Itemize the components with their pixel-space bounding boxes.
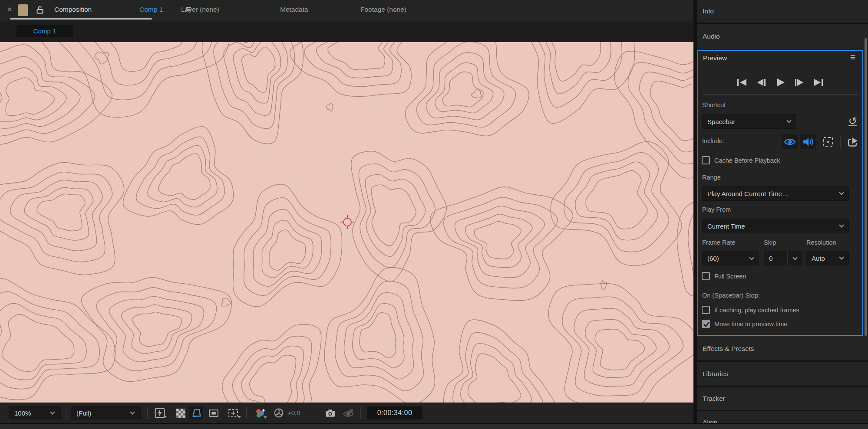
viewport-toolbar: 100% (Full) [0,403,693,422]
play-from-dropdown[interactable]: Current Time [702,219,849,233]
tab-metadata[interactable]: Metadata [280,6,308,13]
fast-previews-button[interactable] [153,406,167,419]
composition-viewport[interactable] [0,42,693,403]
resolution-preview-dropdown[interactable]: Auto [806,251,849,265]
window-bottom-strip [0,423,868,429]
checkbox[interactable] [702,272,710,280]
after-effects-window: ✕ Composition Comp 1 ≡ Layer (none) Meta… [0,0,868,429]
shortcut-value: Spacebar [703,118,787,125]
include-audio-button[interactable] [800,134,816,149]
dropdown-chevron-cell[interactable] [787,251,802,265]
composition-panel: ✕ Composition Comp 1 ≡ Layer (none) Meta… [0,0,693,429]
overlays-frame-icon [822,136,834,147]
checkbox[interactable] [702,156,710,164]
chevron-down-icon [264,416,267,419]
go-to-start-button[interactable] [737,78,747,87]
speaker-icon [803,137,814,147]
chevron-down-icon [50,409,55,414]
chevron-down-icon [163,416,167,418]
step-forward-button[interactable] [794,78,805,87]
exposure-value[interactable]: +0,0 [287,409,300,416]
reset-button[interactable]: ↺ [846,115,860,128]
share-out-button[interactable] [846,135,860,148]
channels-button[interactable] [253,406,267,419]
cache-before-playback-row[interactable]: Cache Before Playback [702,156,780,164]
stop-option-row[interactable]: If caching, play cached frames [702,306,799,314]
checkbox-label: If caching, play cached frames [714,307,799,314]
panel-divider[interactable] [693,0,697,429]
dropdown-chevron-cell[interactable] [744,251,759,265]
tab-footage[interactable]: Footage (none) [360,6,406,13]
magnification-dropdown[interactable]: 100% [9,406,61,419]
checkbox[interactable] [702,306,710,314]
divider [66,407,66,419]
magnification-value: 100% [9,409,51,417]
shortcut-dropdown[interactable]: Spacebar [702,114,796,129]
range-dropdown[interactable]: Play Around Current Time… [702,186,849,201]
divider [316,407,316,419]
chevron-down-icon [749,255,754,260]
chevron-down-icon [839,190,844,195]
step-back-button[interactable] [756,78,766,87]
chevron-down-icon [792,255,797,260]
frame-rate-label: Frame Rate [702,239,736,246]
tab-composition-label[interactable]: Composition [54,6,92,13]
full-screen-row[interactable]: Full Screen [702,272,746,280]
scrollbar-thumb[interactable] [865,38,867,336]
viewer-tab-comp1[interactable]: Comp 1 [17,25,73,37]
play-from-value: Current Time [703,223,840,230]
show-snapshot-button[interactable] [341,406,355,419]
panel-header-libraries[interactable]: Libraries [697,362,868,386]
panel-header-effects-presets[interactable]: Effects & Presets [697,337,868,360]
skip-dropdown[interactable]: 0 [764,251,802,265]
checkbox[interactable] [702,320,710,328]
play-button[interactable] [775,78,785,87]
close-panel-icon[interactable]: ✕ [7,6,13,13]
tab-composition-comp-name[interactable]: Comp 1 [139,6,163,13]
divider [840,136,841,148]
unlocked-lock-icon[interactable] [36,6,43,16]
chevron-down-icon [839,255,844,259]
timecode-value: 0:00:34:00 [377,409,413,417]
panel-header-tracker[interactable]: Tracker [697,387,868,410]
stop-option-row[interactable]: Move time to preview time [702,320,787,328]
current-time-display[interactable]: 0:00:34:00 [367,406,422,419]
chevron-down-icon [839,223,844,227]
active-tab-indicator [10,18,152,20]
checkbox-label: Move time to preview time [714,321,787,327]
include-label: Include: [702,138,724,144]
topographic-render [0,42,693,403]
chevron-down-icon [786,118,791,123]
snapshot-button[interactable] [323,406,337,419]
mask-visibility-button[interactable] [189,406,203,419]
transparency-grid-button[interactable] [174,406,188,419]
grid-guides-button[interactable] [226,406,240,419]
range-label: Range [702,174,721,181]
panel-menu-icon[interactable]: ≡ [850,52,855,62]
resolution-dropdown[interactable]: (Full) [71,406,141,419]
panel-header-info[interactable]: Info [697,0,868,23]
eye-icon [784,137,796,147]
share-out-icon [847,137,858,147]
resolution-value: (Full) [71,409,131,417]
panel-header-audio[interactable]: Audio [697,24,868,49]
preview-panel: Preview ≡ Shortcut Spacebar ↺ Include: [697,50,863,336]
region-of-interest-button[interactable] [207,406,221,419]
preview-panel-title[interactable]: Preview [703,54,727,62]
panel-label: Info [703,7,714,15]
right-panel-column: Info Audio Preview ≡ Shortcut Spacebar ↺ [697,0,868,429]
range-value: Play Around Current Time… [703,190,840,197]
label-color-swatch[interactable] [18,4,28,16]
reset-icon: ↺ [848,117,857,126]
panel-label: Audio [703,33,720,40]
resolution-label: Resolution [806,239,836,246]
include-overlays-button[interactable] [822,136,835,148]
panel-label: Tracker [703,395,725,403]
shortcut-label: Shortcut [702,102,726,108]
go-to-end-button[interactable] [813,78,824,87]
frame-rate-dropdown[interactable]: (60) [702,251,759,265]
tab-layer[interactable]: Layer (none) [181,6,219,13]
exposure-button[interactable] [272,406,286,419]
include-video-button[interactable] [782,134,798,149]
divider [360,407,361,419]
